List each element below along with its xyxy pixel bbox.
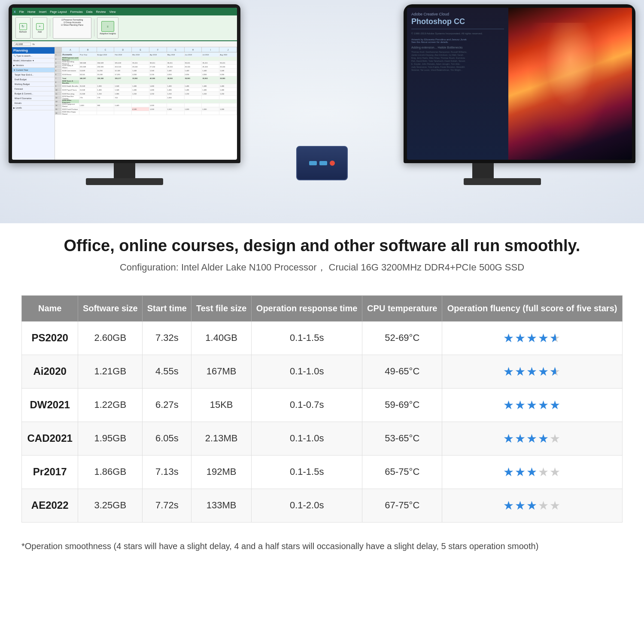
sidebar-levels: ▶ Levels <box>12 106 55 110</box>
row15-i: 1,000 <box>202 107 219 111</box>
row11-d: 1,086 <box>114 92 132 95</box>
row3-j: 36,411 <box>219 61 237 64</box>
menu-data: Data <box>86 10 93 13</box>
row10-f: 1,486 <box>149 88 167 91</box>
row8-account: 6200 Taxes & Benefits <box>62 80 79 84</box>
row13-g <box>167 100 185 103</box>
mini-pc-ports <box>309 161 335 166</box>
table-container: Name Software size Start time Test file … <box>0 295 644 535</box>
col-j: J <box>219 47 237 52</box>
row3-g: 36,411 <box>167 61 185 64</box>
cell-software-size-3: 1.95GB <box>78 422 143 455</box>
ps-adding-extension: Adding extension... Halide Bottlenecks <box>411 46 504 49</box>
excel-ribbon: ↻ Refresh + Add ☑ Preserve Formatting ☑ … <box>12 15 237 41</box>
cell-name-1: Ai2020 <box>22 355 78 388</box>
data-row-11: 13 6300 Office Expenses <box>55 100 237 103</box>
row15-d <box>114 107 132 111</box>
table-body: PS2020 2.60GB 7.32s 1.40GB 0.1-1.5s 52-6… <box>22 321 623 522</box>
row13-f <box>149 100 167 103</box>
col-header-start-time: Start time <box>143 295 191 321</box>
row14-f: 1,000 <box>149 103 167 107</box>
cell-name-2: DW2021 <box>22 388 78 422</box>
row14-h <box>185 103 202 107</box>
row11-i: 1,232 <box>202 92 219 95</box>
power-button <box>330 161 335 166</box>
row4-g: 26,104 <box>167 65 185 68</box>
data-row-4: 5 6130 Commission 13,449 14,256 12,148 1… <box>55 69 237 73</box>
mar-2019: Mar 2019 <box>132 52 149 57</box>
table-row: CAD2021 1.95GB 6.05s 2.13MB 0.1-1.0s 53-… <box>22 422 623 455</box>
row4-h: 26,104 <box>185 65 202 68</box>
row6-b: 18,541 <box>79 73 97 76</box>
row8-j <box>219 80 237 84</box>
cell-software-size-1: 1.21GB <box>78 355 143 388</box>
row5-g: 1,440 <box>167 69 185 72</box>
row14-b: 1,800 <box>79 103 97 107</box>
row15-e: 4,500 <box>132 107 149 111</box>
row6-e: 2,056 <box>132 73 149 76</box>
row3-h: 36,411 <box>185 61 202 64</box>
row5-f: 1,540 <box>149 69 167 72</box>
row6-g: 2,056 <box>167 73 185 76</box>
row7-f: 40,960 <box>149 76 167 80</box>
cell-start-time-1: 4.55s <box>143 355 191 388</box>
cell-operation-response-3: 0.1-1.0s <box>251 422 362 455</box>
ps-credits-names: Thomas Knoll, Seetharaman Narayanan, Rus… <box>411 51 504 72</box>
text-section: Office, online courses, design and other… <box>0 223 644 295</box>
sidebar-versions: ▶ Versions <box>12 63 55 68</box>
excel-sidebar: Planning 🔍 Type to search... Model | Inf… <box>12 47 55 160</box>
row3-d: 325,418 <box>114 61 132 64</box>
sidebar-budget-commit: Budget & Commit... <box>12 91 55 96</box>
row7-account: Total <box>62 76 79 80</box>
cell-cpu-temp-4: 65-75°C <box>362 455 442 489</box>
row16-h <box>185 111 202 115</box>
row13-j <box>219 100 237 103</box>
row15-account: 6325 Fresh Produce <box>62 107 79 111</box>
row3-f: 38,411 <box>149 61 167 64</box>
ps-artwork-panel <box>508 8 632 160</box>
row11-c: 1,232 <box>97 92 115 95</box>
row4-i: 26,104 <box>202 65 219 68</box>
col-header-name: Name <box>22 295 78 321</box>
cell-name-4: Pr2017 <box>22 455 78 489</box>
row8-c <box>97 80 115 84</box>
row5-j: 1,440 <box>219 69 237 72</box>
excel-formula-bar: A1388 fx <box>12 41 237 47</box>
row-4-num: 4 <box>55 65 62 68</box>
col-i: I <box>202 47 219 52</box>
col-header-operation-response: Operation response time <box>251 295 362 321</box>
menu-view: View <box>109 10 115 13</box>
row16-b <box>79 111 97 115</box>
row-7-num: 7 <box>55 76 62 80</box>
row9-f: 1,486 <box>149 84 167 88</box>
row6-c: 19,248 <box>97 73 115 76</box>
data-row-13: 15 6325 Fresh Produce 4,500 1,000 1,500 … <box>55 107 237 111</box>
row9-account: 6210 Health Benefits <box>62 84 79 88</box>
row9-i: 1,486 <box>202 84 219 88</box>
row10-i: 1,486 <box>202 88 219 91</box>
row15-b <box>79 107 97 111</box>
excel-spreadsheet: A B C D E F G H I J <box>55 47 237 160</box>
row12-d: 710 <box>114 96 132 99</box>
sidebar-what-if: What-If Scenarios <box>12 96 55 101</box>
row10-account: 6220 Payroll Taxes <box>62 88 79 91</box>
data-row-8: 10 6220 Payroll Taxes 15,648 1,486 1,348… <box>55 88 237 92</box>
cell-software-size-0: 2.60GB <box>78 321 143 355</box>
cell-software-size-2: 1.22GB <box>78 388 143 422</box>
row12-h <box>185 96 202 99</box>
usb-port-1 <box>309 161 317 165</box>
row8-f <box>149 80 167 84</box>
row12-account: 6250 New-Hire Training <box>62 96 79 99</box>
col-header-software-size: Software size <box>78 295 143 321</box>
ps-product-name: Photoshop CC <box>411 18 504 26</box>
row5-d: 12,148 <box>114 69 132 72</box>
cell-start-time-5: 7.72s <box>143 489 191 522</box>
row-num-header <box>55 47 62 52</box>
menu-page-layout: Page Layout <box>50 10 67 13</box>
sidebar-draft-budget: Draft Budget <box>12 77 55 82</box>
data-row-2: 3 6100 Operating Revenue 330,948 334,628… <box>55 61 237 65</box>
ps-artwork-credits: Artwork by Elizaveta Porodina and Janusz… <box>411 38 504 43</box>
row4-f: 27,104 <box>149 65 167 68</box>
col-h: H <box>185 47 202 52</box>
row10-c: 1,486 <box>97 88 115 91</box>
